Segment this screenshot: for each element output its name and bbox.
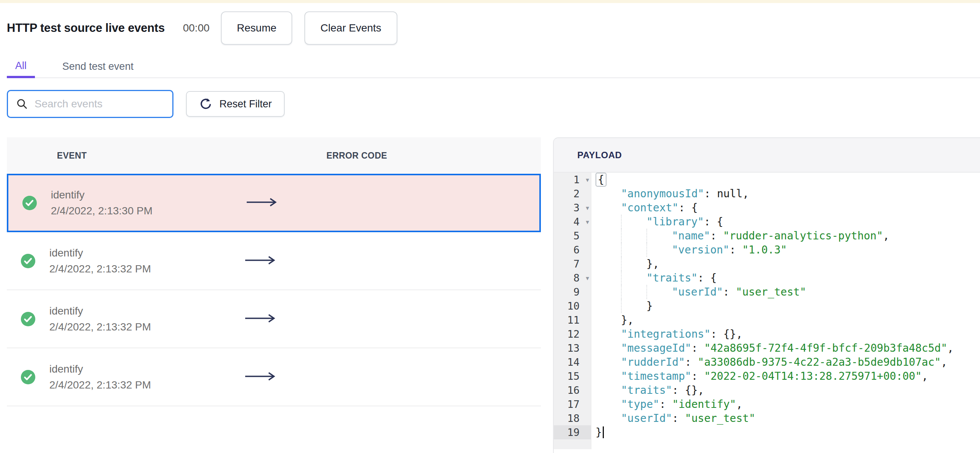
code-line[interactable]: 16"traits": {}, xyxy=(554,383,980,397)
code-line[interactable]: 7}, xyxy=(554,257,980,271)
json-punctuation: : xyxy=(723,286,736,298)
code-content: }, xyxy=(591,257,659,271)
code-line[interactable]: 13"messageId": "42a8695f-72f4-4f9f-bfcf-… xyxy=(554,341,980,355)
line-number: 11 xyxy=(554,313,591,327)
chevron-down-icon[interactable]: ▾ xyxy=(585,218,589,226)
code-content: "rudderId": "a33086db-9375-4c22-a2a3-b5d… xyxy=(591,355,947,369)
event-name: identify xyxy=(49,305,151,317)
code-line[interactable]: 15"timestamp": "2022-02-04T14:13:28.2759… xyxy=(554,369,980,383)
json-punctuation: , xyxy=(947,342,954,354)
event-row[interactable]: identify2/4/2022, 2:13:32 PM xyxy=(7,290,541,348)
json-punctuation: } xyxy=(595,426,602,439)
arrow-right-icon[interactable] xyxy=(245,372,276,383)
chevron-down-icon[interactable]: ▾ xyxy=(585,204,589,212)
event-name: identify xyxy=(49,247,151,259)
code-line[interactable]: 2"anonymousId": null, xyxy=(554,187,980,201)
event-timestamp: 2/4/2022, 2:13:32 PM xyxy=(49,321,151,333)
arrow-right-icon[interactable] xyxy=(246,197,278,209)
json-key: "name" xyxy=(672,229,710,242)
code-line[interactable]: 6"version": "1.0.3" xyxy=(554,243,980,257)
arrow-right-icon[interactable] xyxy=(245,255,276,267)
code-line[interactable]: 3▾"context": { xyxy=(554,201,980,215)
json-key: "context" xyxy=(621,202,679,214)
json-key: "userId" xyxy=(621,412,672,424)
search-icon xyxy=(16,97,29,110)
line-number: 12 xyxy=(554,327,591,341)
top-accent-strip xyxy=(0,0,980,3)
code-line[interactable]: 4▾"library": { xyxy=(554,215,980,229)
tab-bar: All Send test event xyxy=(7,56,980,78)
json-key: "traits" xyxy=(646,272,698,284)
code-line[interactable]: 17"type": "identify", xyxy=(554,397,980,411)
refresh-icon xyxy=(199,97,213,111)
chevron-down-icon[interactable]: ▾ xyxy=(585,274,589,282)
json-punctuation: : xyxy=(710,229,723,242)
json-punctuation: : { xyxy=(698,272,717,284)
reset-filter-label: Reset Filter xyxy=(220,98,272,110)
code-content: "anonymousId": null, xyxy=(591,187,749,201)
code-line[interactable]: 12"integrations": {}, xyxy=(554,327,980,341)
event-row[interactable]: identify2/4/2022, 2:13:32 PM xyxy=(7,348,541,406)
code-line[interactable]: 14"rudderId": "a33086db-9375-4c22-a2a3-b… xyxy=(554,355,980,369)
code-line[interactable]: 18"userId": "user_test" xyxy=(554,411,980,425)
line-number: 16 xyxy=(554,383,591,397)
tab-send-test-event[interactable]: Send test event xyxy=(54,56,142,77)
search-input[interactable] xyxy=(35,98,165,110)
event-info: identify2/4/2022, 2:13:30 PM xyxy=(51,189,153,217)
line-number: 9 xyxy=(554,285,591,299)
json-punctuation: : { xyxy=(704,216,724,228)
json-key: "integrations" xyxy=(621,328,711,340)
column-header-error-code: ERROR CODE xyxy=(326,137,387,174)
clear-events-button[interactable]: Clear Events xyxy=(304,11,397,45)
code-line[interactable]: 11}, xyxy=(554,313,980,327)
event-timestamp: 2/4/2022, 2:13:30 PM xyxy=(51,205,153,217)
json-punctuation: : xyxy=(672,412,685,424)
line-number: 1▾ xyxy=(554,173,591,187)
code-line[interactable]: 1▾{ xyxy=(554,173,980,187)
text-cursor xyxy=(603,426,604,438)
elapsed-timer: 00:00 xyxy=(183,22,210,34)
code-content: }, xyxy=(591,313,634,327)
json-punctuation: : {}, xyxy=(672,384,704,396)
code-content: "integrations": {}, xyxy=(591,327,742,341)
code-content: "traits": {}, xyxy=(591,383,704,397)
code-content: "traits": { xyxy=(591,271,717,285)
json-punctuation: null, xyxy=(717,188,749,200)
code-line[interactable]: 10} xyxy=(554,299,980,313)
reset-filter-button[interactable]: Reset Filter xyxy=(186,91,285,117)
line-number: 3▾ xyxy=(554,201,591,215)
json-key: "version" xyxy=(672,243,730,256)
json-string-value: "a33086db-9375-4c22-a2a3-b5de9db107ac" xyxy=(698,356,941,369)
code-line[interactable]: 9"userId": "user_test" xyxy=(554,285,980,299)
json-key: "rudderId" xyxy=(621,356,685,369)
code-content: "userId": "user_test" xyxy=(591,411,755,425)
resume-button[interactable]: Resume xyxy=(221,11,292,45)
event-info: identify2/4/2022, 2:13:32 PM xyxy=(49,363,151,391)
json-punctuation: , xyxy=(736,398,742,410)
code-line[interactable]: 5"name": "rudder-analytics-python", xyxy=(554,229,980,243)
search-box[interactable] xyxy=(7,90,173,118)
chevron-down-icon[interactable]: ▾ xyxy=(585,176,589,184)
event-timestamp: 2/4/2022, 2:13:32 PM xyxy=(49,379,151,391)
line-number: 18 xyxy=(554,411,591,425)
code-line[interactable]: 8▾"traits": { xyxy=(554,271,980,285)
code-content: { xyxy=(591,173,606,187)
success-check-icon xyxy=(22,196,37,210)
json-punctuation: { xyxy=(595,173,606,187)
json-key: "type" xyxy=(621,398,659,410)
json-punctuation: : xyxy=(691,342,704,354)
json-punctuation: , xyxy=(941,356,947,369)
code-content: } xyxy=(591,299,653,313)
json-key: "traits" xyxy=(621,384,672,396)
arrow-right-icon[interactable] xyxy=(245,313,276,325)
json-punctuation: }, xyxy=(646,257,659,270)
json-editor[interactable]: 1▾{2"anonymousId": null,3▾"context": {4▾… xyxy=(554,173,980,439)
tab-all[interactable]: All xyxy=(7,56,35,78)
event-info: identify2/4/2022, 2:13:32 PM xyxy=(49,247,151,275)
event-name: identify xyxy=(51,189,153,201)
event-timestamp: 2/4/2022, 2:13:32 PM xyxy=(49,263,151,275)
event-row[interactable]: identify2/4/2022, 2:13:30 PM xyxy=(7,174,541,232)
code-line[interactable]: 19} xyxy=(554,425,980,439)
event-row[interactable]: identify2/4/2022, 2:13:32 PM xyxy=(7,232,541,290)
json-string-value: "identify" xyxy=(672,398,736,410)
